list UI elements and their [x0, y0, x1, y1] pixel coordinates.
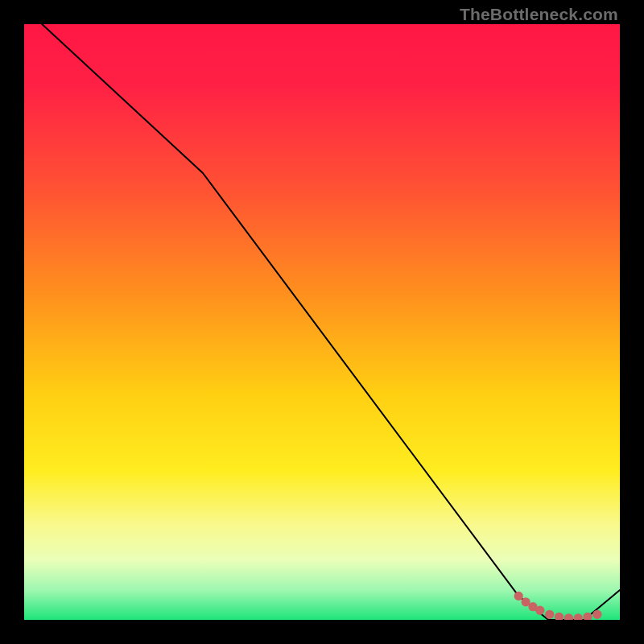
plot-area [24, 24, 620, 620]
gradient-bg [24, 24, 620, 620]
chart-container: TheBottleneck.com [0, 0, 644, 644]
watermark-text: TheBottleneck.com [460, 5, 618, 24]
svg-rect-0 [24, 24, 620, 620]
